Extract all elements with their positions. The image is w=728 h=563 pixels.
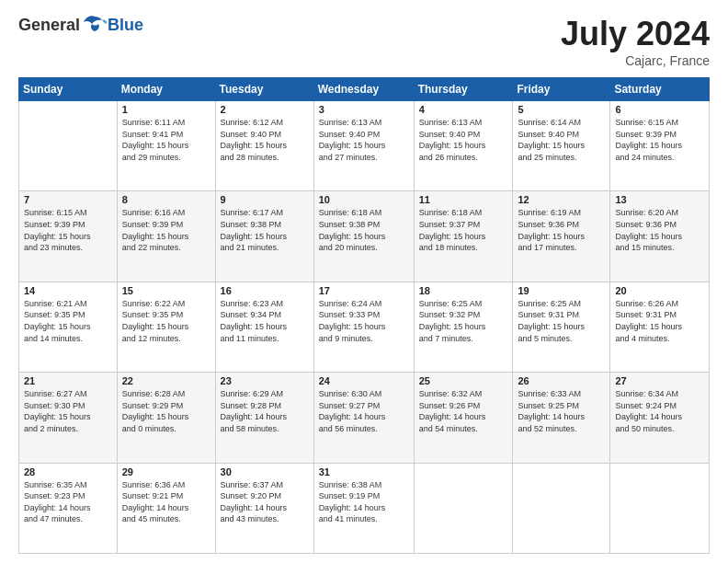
day-info: Sunrise: 6:35 AM Sunset: 9:23 PM Dayligh…: [24, 479, 112, 525]
day-number: 18: [419, 285, 508, 296]
day-number: 28: [24, 466, 112, 477]
month-title: July 2024: [561, 15, 710, 53]
day-number: 5: [518, 104, 605, 115]
week-row-4: 21Sunrise: 6:27 AM Sunset: 9:30 PM Dayli…: [19, 373, 710, 463]
day-info: Sunrise: 6:14 AM Sunset: 9:40 PM Dayligh…: [518, 117, 605, 163]
day-info: Sunrise: 6:11 AM Sunset: 9:41 PM Dayligh…: [122, 117, 210, 163]
logo-blue-text: Blue: [108, 16, 143, 35]
day-number: 20: [615, 285, 704, 296]
col-saturday: Saturday: [610, 78, 710, 101]
calendar-page: General Blue July 2024 Cajarc, France Su…: [0, 0, 728, 563]
week-row-3: 14Sunrise: 6:21 AM Sunset: 9:35 PM Dayli…: [19, 282, 710, 372]
day-number: 11: [419, 194, 508, 205]
day-number: 25: [419, 375, 508, 386]
logo-bird-icon: [82, 15, 108, 35]
calendar-cell: 1Sunrise: 6:11 AM Sunset: 9:41 PM Daylig…: [117, 101, 215, 191]
day-info: Sunrise: 6:34 AM Sunset: 9:24 PM Dayligh…: [615, 388, 704, 434]
calendar-cell: 16Sunrise: 6:23 AM Sunset: 9:34 PM Dayli…: [215, 282, 313, 372]
day-number: 7: [24, 194, 112, 205]
day-number: 24: [319, 375, 409, 386]
calendar-cell: 18Sunrise: 6:25 AM Sunset: 9:32 PM Dayli…: [414, 282, 513, 372]
day-info: Sunrise: 6:30 AM Sunset: 9:27 PM Dayligh…: [319, 388, 409, 434]
day-info: Sunrise: 6:24 AM Sunset: 9:33 PM Dayligh…: [319, 298, 409, 344]
week-row-1: 1Sunrise: 6:11 AM Sunset: 9:41 PM Daylig…: [19, 101, 710, 191]
calendar-cell: 4Sunrise: 6:13 AM Sunset: 9:40 PM Daylig…: [414, 101, 513, 191]
title-block: July 2024 Cajarc, France: [561, 15, 710, 68]
day-number: 6: [615, 104, 704, 115]
header-row: Sunday Monday Tuesday Wednesday Thursday…: [19, 78, 710, 101]
day-number: 14: [24, 285, 112, 296]
header: General Blue July 2024 Cajarc, France: [18, 15, 710, 68]
day-number: 9: [221, 194, 309, 205]
calendar-cell: 17Sunrise: 6:24 AM Sunset: 9:33 PM Dayli…: [313, 282, 414, 372]
day-number: 27: [615, 375, 704, 386]
day-number: 12: [518, 194, 605, 205]
day-info: Sunrise: 6:13 AM Sunset: 9:40 PM Dayligh…: [419, 117, 508, 163]
day-number: 10: [319, 194, 409, 205]
calendar-table: Sunday Monday Tuesday Wednesday Thursday…: [18, 77, 710, 554]
day-number: 2: [221, 104, 309, 115]
calendar-cell: 6Sunrise: 6:15 AM Sunset: 9:39 PM Daylig…: [610, 101, 710, 191]
day-number: 15: [122, 285, 210, 296]
day-info: Sunrise: 6:16 AM Sunset: 9:39 PM Dayligh…: [122, 207, 210, 253]
day-info: Sunrise: 6:27 AM Sunset: 9:30 PM Dayligh…: [24, 388, 112, 434]
location-text: Cajarc, France: [561, 53, 710, 68]
calendar-cell: 29Sunrise: 6:36 AM Sunset: 9:21 PM Dayli…: [117, 463, 215, 553]
calendar-cell: 11Sunrise: 6:18 AM Sunset: 9:37 PM Dayli…: [414, 191, 513, 282]
day-info: Sunrise: 6:15 AM Sunset: 9:39 PM Dayligh…: [615, 117, 704, 163]
week-row-2: 7Sunrise: 6:15 AM Sunset: 9:39 PM Daylig…: [19, 191, 710, 282]
col-monday: Monday: [117, 78, 215, 101]
col-friday: Friday: [513, 78, 610, 101]
day-info: Sunrise: 6:33 AM Sunset: 9:25 PM Dayligh…: [518, 388, 605, 434]
calendar-cell: [610, 463, 710, 553]
col-wednesday: Wednesday: [313, 78, 414, 101]
day-info: Sunrise: 6:28 AM Sunset: 9:29 PM Dayligh…: [122, 388, 210, 434]
day-info: Sunrise: 6:22 AM Sunset: 9:35 PM Dayligh…: [122, 298, 210, 344]
calendar-cell: [513, 463, 610, 553]
calendar-cell: 13Sunrise: 6:20 AM Sunset: 9:36 PM Dayli…: [610, 191, 710, 282]
day-info: Sunrise: 6:32 AM Sunset: 9:26 PM Dayligh…: [419, 388, 508, 434]
calendar-cell: 24Sunrise: 6:30 AM Sunset: 9:27 PM Dayli…: [313, 373, 414, 463]
calendar-cell: 9Sunrise: 6:17 AM Sunset: 9:38 PM Daylig…: [215, 191, 313, 282]
calendar-cell: 20Sunrise: 6:26 AM Sunset: 9:31 PM Dayli…: [610, 282, 710, 372]
day-number: 8: [122, 194, 210, 205]
day-info: Sunrise: 6:15 AM Sunset: 9:39 PM Dayligh…: [24, 207, 112, 253]
calendar-cell: [19, 101, 118, 191]
calendar-cell: 21Sunrise: 6:27 AM Sunset: 9:30 PM Dayli…: [19, 373, 118, 463]
calendar-cell: 23Sunrise: 6:29 AM Sunset: 9:28 PM Dayli…: [215, 373, 313, 463]
calendar-cell: 22Sunrise: 6:28 AM Sunset: 9:29 PM Dayli…: [117, 373, 215, 463]
day-number: 26: [518, 375, 605, 386]
day-number: 30: [221, 466, 309, 477]
day-number: 22: [122, 375, 210, 386]
calendar-cell: 30Sunrise: 6:37 AM Sunset: 9:20 PM Dayli…: [215, 463, 313, 553]
day-number: 3: [319, 104, 409, 115]
day-info: Sunrise: 6:36 AM Sunset: 9:21 PM Dayligh…: [122, 479, 210, 525]
logo: General Blue: [18, 15, 143, 35]
calendar-cell: 25Sunrise: 6:32 AM Sunset: 9:26 PM Dayli…: [414, 373, 513, 463]
calendar-cell: 5Sunrise: 6:14 AM Sunset: 9:40 PM Daylig…: [513, 101, 610, 191]
calendar-cell: 10Sunrise: 6:18 AM Sunset: 9:38 PM Dayli…: [313, 191, 414, 282]
calendar-cell: 19Sunrise: 6:25 AM Sunset: 9:31 PM Dayli…: [513, 282, 610, 372]
day-info: Sunrise: 6:12 AM Sunset: 9:40 PM Dayligh…: [221, 117, 309, 163]
day-info: Sunrise: 6:18 AM Sunset: 9:38 PM Dayligh…: [319, 207, 409, 253]
day-info: Sunrise: 6:38 AM Sunset: 9:19 PM Dayligh…: [319, 479, 409, 525]
calendar-cell: 26Sunrise: 6:33 AM Sunset: 9:25 PM Dayli…: [513, 373, 610, 463]
calendar-cell: 8Sunrise: 6:16 AM Sunset: 9:39 PM Daylig…: [117, 191, 215, 282]
day-info: Sunrise: 6:37 AM Sunset: 9:20 PM Dayligh…: [221, 479, 309, 525]
day-number: 1: [122, 104, 210, 115]
calendar-cell: 7Sunrise: 6:15 AM Sunset: 9:39 PM Daylig…: [19, 191, 118, 282]
calendar-cell: 14Sunrise: 6:21 AM Sunset: 9:35 PM Dayli…: [19, 282, 118, 372]
day-number: 31: [319, 466, 409, 477]
calendar-cell: 3Sunrise: 6:13 AM Sunset: 9:40 PM Daylig…: [313, 101, 414, 191]
day-number: 4: [419, 104, 508, 115]
calendar-cell: 31Sunrise: 6:38 AM Sunset: 9:19 PM Dayli…: [313, 463, 414, 553]
col-sunday: Sunday: [19, 78, 118, 101]
day-number: 21: [24, 375, 112, 386]
calendar-cell: 27Sunrise: 6:34 AM Sunset: 9:24 PM Dayli…: [610, 373, 710, 463]
day-info: Sunrise: 6:18 AM Sunset: 9:37 PM Dayligh…: [419, 207, 508, 253]
day-info: Sunrise: 6:13 AM Sunset: 9:40 PM Dayligh…: [319, 117, 409, 163]
day-info: Sunrise: 6:25 AM Sunset: 9:31 PM Dayligh…: [518, 298, 605, 344]
calendar-cell: 28Sunrise: 6:35 AM Sunset: 9:23 PM Dayli…: [19, 463, 118, 553]
col-tuesday: Tuesday: [215, 78, 313, 101]
day-info: Sunrise: 6:29 AM Sunset: 9:28 PM Dayligh…: [221, 388, 309, 434]
